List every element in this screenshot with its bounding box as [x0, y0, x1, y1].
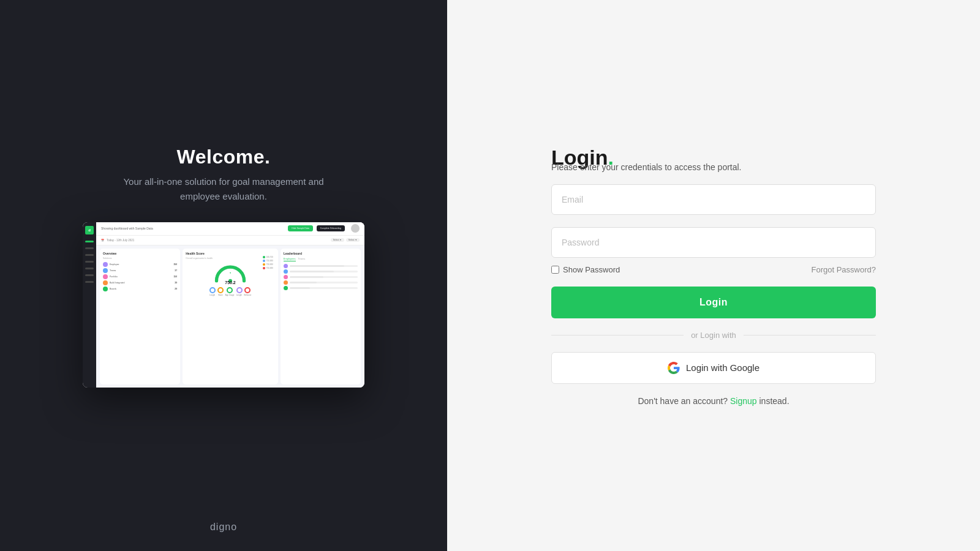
dash-sidebar-item: [85, 261, 94, 263]
ov-icon: [103, 262, 108, 267]
lb-avatar: [284, 280, 288, 285]
left-content: Welcome. Your all-in-one solution for go…: [83, 146, 364, 388]
dash-sidebar-items: [83, 241, 96, 283]
dashboard-preview: d Showing dashboard with Sample Data: [83, 222, 364, 388]
gauge-mini-item: App Usage: [225, 287, 235, 296]
hide-sample-label: Hide Sample Data: [292, 227, 309, 230]
dash-health-card: Health Score Overall organisation's heal…: [183, 249, 278, 384]
dash-sidebar-item: [85, 241, 94, 242]
lb-bar-bg: [290, 276, 358, 278]
dash-onboarding-btn: Complete Onboarding: [317, 225, 345, 231]
dash-sidebar-item: [85, 274, 94, 276]
dash-sidebar-item: [85, 268, 94, 269]
gauge-mini-label: Length: [209, 294, 215, 296]
dash-overview-row: Boards 29: [103, 287, 177, 291]
gauge-mini-item: Behavior: [244, 287, 252, 296]
show-password-label[interactable]: Show Password: [551, 265, 620, 274]
gauge-mini-item: Length: [236, 287, 243, 296]
dash-avatar: [351, 224, 360, 233]
google-login-button[interactable]: Login with Google: [551, 352, 876, 384]
signup-link[interactable]: Signup: [730, 396, 757, 406]
lb-bar-fill: [290, 287, 310, 289]
dash-topbar-text: Showing dashboard with Sample Data: [101, 227, 153, 230]
health-score-value: 750.2: [225, 280, 236, 285]
dash-main: Showing dashboard with Sample Data Hide …: [96, 222, 364, 388]
lb-row: [284, 286, 358, 290]
dash-overview-title: Overview: [103, 252, 177, 255]
dash-date-icon: 📅: [101, 239, 104, 242]
lb-bar-fill: [290, 271, 334, 272]
onboarding-label: Complete Onboarding: [320, 227, 341, 230]
ov-icon: [103, 274, 108, 279]
legend-item: 750-900: [263, 260, 273, 262]
dash-health-title: Health Score: [186, 252, 275, 255]
ov-name: Boards: [110, 288, 173, 290]
lb-bar-fill: [290, 276, 324, 278]
lb-avatar: [284, 286, 288, 290]
ov-val: 37: [175, 269, 177, 272]
dash-overview-rows: Employee 350 Teams 37 Portfolio: [103, 262, 177, 291]
ov-val: 29: [175, 288, 177, 290]
forgot-password-link[interactable]: Forgot Password?: [812, 265, 876, 274]
welcome-title: Welcome.: [177, 146, 271, 168]
dash-hide-sample-btn: Hide Sample Data: [288, 225, 312, 231]
legend-item: 750-900: [263, 267, 273, 269]
password-options-row: Show Password Forgot Password?: [551, 265, 876, 274]
gauge-mini-ring: [227, 287, 233, 293]
brand-name: digno: [210, 522, 237, 533]
lb-bar-fill: [290, 282, 317, 283]
dash-health-subtitle: Overall organisation's health: [186, 257, 275, 260]
show-password-text: Show Password: [563, 265, 620, 274]
subtitle-line2: employee evaluation.: [180, 191, 267, 201]
show-password-checkbox[interactable]: [551, 266, 559, 274]
ov-icon: [103, 287, 108, 291]
password-field[interactable]: [551, 227, 876, 258]
dash-lb-title: Leaderboard: [284, 252, 358, 255]
dash-leaderboard-card: Leaderboard Employees Teams: [281, 249, 361, 384]
lb-row: [284, 280, 358, 285]
legend-label: 750-900: [266, 263, 273, 266]
legend-dot: [263, 263, 265, 266]
email-field[interactable]: [551, 184, 876, 215]
dash-date-text: Today - 12th July 2021: [107, 239, 134, 242]
lb-tab-employees: Employees: [284, 257, 296, 261]
legend-label: 100-750: [266, 256, 273, 258]
dash-overview-row: Build Integrated 39: [103, 280, 177, 285]
dash-sidebar-item: [85, 254, 94, 256]
svg-text:♥: ♥: [230, 272, 232, 274]
ov-icon: [103, 268, 108, 273]
gauge-mini-label: Behavior: [244, 294, 252, 296]
lb-avatar: [284, 264, 288, 268]
gauge-mini-items: Length Stack App Usage: [209, 287, 252, 296]
lb-avatar: [284, 269, 288, 274]
signup-text: Don't have an account?: [638, 396, 728, 406]
lb-bar-bg: [290, 271, 358, 272]
brand-logo: digno: [210, 522, 237, 533]
legend-dot: [263, 267, 265, 269]
gauge-mini-ring: [236, 287, 243, 293]
lb-rows: [284, 264, 358, 290]
dash-cards-row: Overview Subitems Employee 350 Teams: [96, 246, 364, 388]
signup-suffix: instead.: [760, 396, 790, 406]
ov-val: 350: [173, 263, 177, 266]
lb-tab-teams: Teams: [298, 257, 306, 261]
dash-logo-letter: d: [88, 228, 91, 232]
dash-topbar: Showing dashboard with Sample Data Hide …: [96, 222, 364, 236]
lb-tabs: Employees Teams: [284, 257, 358, 261]
ov-name: Build Integrated: [110, 282, 173, 284]
legend-dot: [263, 260, 265, 262]
lb-avatar: [284, 275, 288, 279]
ov-name: Teams: [110, 269, 173, 272]
ov-val: 150: [173, 276, 177, 278]
google-icon: [668, 362, 680, 374]
gauge-mini-ring: [217, 287, 224, 293]
legend-label: 750-900: [266, 260, 273, 262]
gauge-mini-ring: [209, 287, 216, 293]
dash-overview-row: Portfolio 150: [103, 274, 177, 279]
right-panel: Login. Please enter your credentials to …: [447, 0, 980, 551]
login-button[interactable]: Login: [551, 287, 876, 318]
dash-select1: Select ▼: [331, 238, 344, 242]
gauge-mini-item: Length: [209, 287, 216, 296]
signup-row: Don't have an account? Signup instead.: [551, 396, 876, 406]
dash-date-bar: 📅 Today - 12th July 2021 Select ▼ Select…: [96, 236, 364, 246]
